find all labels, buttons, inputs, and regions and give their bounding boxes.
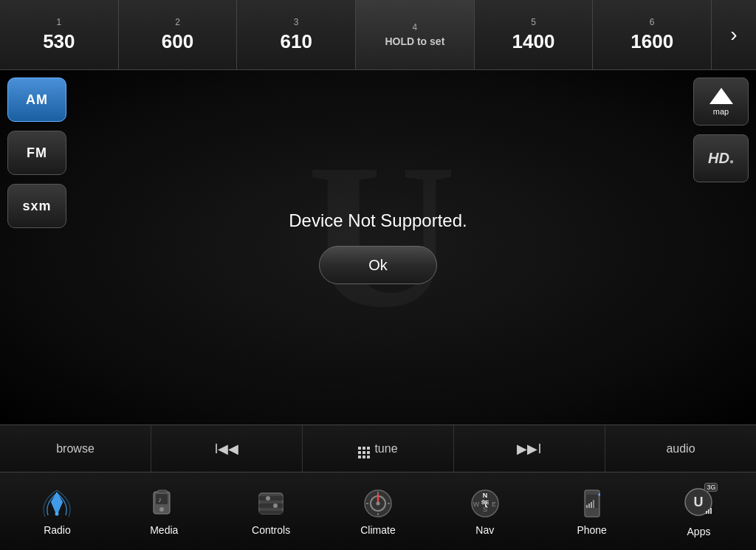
svg-text:⬧: ⬧ bbox=[597, 490, 601, 498]
nav-item-controls[interactable]: Controls bbox=[238, 481, 304, 542]
browse-button[interactable]: browse bbox=[0, 425, 151, 472]
preset-2-num: 2 bbox=[175, 17, 180, 27]
radio-icon bbox=[41, 487, 73, 520]
preset-1-num: 1 bbox=[56, 17, 61, 27]
preset-4-freq: HOLD to set bbox=[385, 35, 444, 47]
nav-radio-label: Radio bbox=[44, 524, 71, 536]
preset-3[interactable]: 3 610 bbox=[237, 0, 356, 69]
svg-point-10 bbox=[266, 496, 270, 501]
nav-icon: N S W E SE bbox=[469, 487, 501, 520]
nav-bar: Radio ♪ Media Controls bbox=[0, 472, 756, 550]
next-icon: › bbox=[730, 23, 737, 47]
nav-item-radio[interactable]: Radio bbox=[24, 481, 90, 542]
preset-4[interactable]: 4 HOLD to set bbox=[356, 0, 475, 69]
svg-rect-33 bbox=[593, 500, 594, 508]
nav-nav-label: Nav bbox=[475, 524, 494, 536]
climate-icon bbox=[362, 487, 394, 520]
main-area: U AM FM sxm map HD ● Device Not Supporte… bbox=[0, 70, 756, 424]
prev-button[interactable]: I◀◀ bbox=[151, 425, 303, 472]
nav-item-climate[interactable]: Climate bbox=[345, 481, 411, 542]
svg-rect-32 bbox=[591, 502, 592, 508]
svg-point-15 bbox=[376, 501, 379, 505]
svg-rect-37 bbox=[706, 511, 707, 514]
browse-label: browse bbox=[56, 442, 94, 456]
svg-point-3 bbox=[159, 507, 164, 512]
svg-text:SE: SE bbox=[481, 499, 489, 506]
nav-item-phone[interactable]: ⬧ Phone bbox=[559, 481, 625, 542]
preset-3-num: 3 bbox=[294, 17, 299, 27]
preset-bar: 1 530 2 600 3 610 4 HOLD to set 5 1400 6… bbox=[0, 0, 756, 70]
svg-rect-39 bbox=[710, 508, 712, 514]
controls-icon bbox=[255, 487, 287, 520]
svg-text:N: N bbox=[483, 492, 488, 499]
nav-item-nav[interactable]: N S W E SE Nav bbox=[452, 481, 518, 542]
preset-5[interactable]: 5 1400 bbox=[475, 0, 594, 69]
audio-button[interactable]: audio bbox=[605, 425, 756, 472]
media-icon: ♪ bbox=[148, 487, 180, 520]
svg-text:U: U bbox=[694, 495, 704, 509]
preset-4-num: 4 bbox=[413, 22, 418, 32]
apps-icon-container: U 3G bbox=[682, 486, 715, 521]
svg-point-11 bbox=[273, 503, 278, 508]
preset-2[interactable]: 2 600 bbox=[119, 0, 238, 69]
nav-item-apps[interactable]: U 3G Apps bbox=[665, 480, 732, 543]
preset-5-freq: 1400 bbox=[512, 30, 555, 53]
dialog-overlay: Device Not Supported. Ok bbox=[0, 70, 756, 424]
preset-2-freq: 600 bbox=[162, 30, 193, 53]
svg-text:E: E bbox=[492, 501, 496, 508]
preset-next[interactable]: › bbox=[712, 0, 756, 69]
svg-text:W: W bbox=[473, 501, 480, 508]
preset-6-freq: 1600 bbox=[630, 30, 673, 53]
preset-6-num: 6 bbox=[650, 17, 655, 27]
svg-rect-4 bbox=[158, 490, 167, 493]
svg-rect-9 bbox=[259, 511, 283, 514]
preset-1-freq: 530 bbox=[43, 30, 75, 53]
svg-text:♪: ♪ bbox=[158, 495, 162, 503]
tune-button[interactable]: tune bbox=[303, 425, 454, 472]
tune-grid-icon bbox=[358, 439, 370, 458]
svg-rect-7 bbox=[259, 496, 283, 501]
next-icon: ▶▶I bbox=[517, 441, 541, 457]
nav-climate-label: Climate bbox=[360, 524, 395, 536]
next-button[interactable]: ▶▶I bbox=[454, 425, 605, 472]
nav-apps-label: Apps bbox=[687, 526, 711, 537]
dialog-message: Device Not Supported. bbox=[289, 210, 467, 231]
svg-rect-30 bbox=[586, 505, 588, 508]
toolbar: browse I◀◀ tune ▶▶I audio bbox=[0, 424, 756, 472]
nav-controls-label: Controls bbox=[252, 524, 290, 536]
svg-rect-38 bbox=[708, 509, 709, 514]
audio-label: audio bbox=[666, 442, 695, 456]
preset-5-num: 5 bbox=[531, 17, 536, 27]
dialog-ok-button[interactable]: Ok bbox=[319, 246, 437, 284]
nav-phone-label: Phone bbox=[577, 524, 606, 536]
preset-1[interactable]: 1 530 bbox=[0, 0, 119, 69]
svg-rect-8 bbox=[259, 503, 283, 508]
phone-icon: ⬧ bbox=[576, 487, 608, 520]
apps-3g-badge: 3G bbox=[704, 483, 718, 492]
svg-rect-31 bbox=[588, 503, 590, 508]
prev-icon: I◀◀ bbox=[214, 441, 238, 457]
svg-point-0 bbox=[55, 512, 59, 515]
preset-3-freq: 610 bbox=[280, 30, 312, 53]
nav-item-media[interactable]: ♪ Media bbox=[131, 481, 197, 542]
nav-media-label: Media bbox=[150, 524, 178, 536]
preset-6[interactable]: 6 1600 bbox=[593, 0, 712, 69]
tune-label: tune bbox=[374, 442, 397, 456]
